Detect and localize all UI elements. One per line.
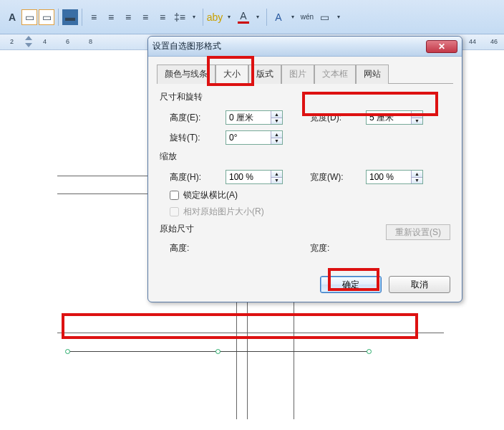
textbox-tool-1[interactable]: ▭ xyxy=(21,9,37,25)
reset-button: 重新设置(S) xyxy=(386,224,450,240)
indent-marker-icon[interactable] xyxy=(25,36,32,47)
tab-size[interactable]: 大小 xyxy=(215,64,248,84)
close-icon: ✕ xyxy=(438,42,445,52)
textbox-tool-3[interactable]: ▬ xyxy=(62,9,78,25)
orig-height-label: 高度: xyxy=(170,243,189,253)
phonetic-guide-icon[interactable]: wén xyxy=(299,9,315,25)
align-center-icon[interactable]: ≡ xyxy=(103,9,119,25)
spin-up-icon[interactable]: ▲ xyxy=(271,111,282,118)
relative-original-checkbox xyxy=(170,207,179,216)
spin-up-icon[interactable]: ▲ xyxy=(271,171,282,178)
relative-original-row: 相对原始图片大小(R) xyxy=(160,204,450,220)
separator xyxy=(82,9,82,26)
cancel-button[interactable]: 取消 xyxy=(389,276,450,293)
rotate-t-spinner[interactable]: ▲▼ xyxy=(226,130,283,145)
spin-down-icon[interactable]: ▼ xyxy=(271,178,282,184)
web-a-icon[interactable]: A xyxy=(271,9,286,25)
resize-handle[interactable] xyxy=(215,349,220,354)
spin-up-icon[interactable]: ▲ xyxy=(412,171,422,178)
chevron-down-icon[interactable]: ▾ xyxy=(253,12,263,22)
text-a-button[interactable]: A xyxy=(4,9,20,25)
textbox-tool-2[interactable]: ▭ xyxy=(39,9,54,25)
ruler-number: 4 xyxy=(43,38,47,45)
tab-picture: 图片 xyxy=(281,64,314,84)
tab-textbox: 文本框 xyxy=(314,64,356,84)
lock-aspect-label: 锁定纵横比(A) xyxy=(183,189,238,201)
width-w-input[interactable] xyxy=(367,171,411,183)
close-button[interactable]: ✕ xyxy=(426,40,457,53)
ruler-number: 2 xyxy=(10,38,14,45)
highlight-icon[interactable]: aby xyxy=(207,9,223,25)
chevron-down-icon[interactable]: ▾ xyxy=(224,12,234,22)
lock-aspect-checkbox[interactable] xyxy=(170,191,179,200)
width-w-label: 宽度(W): xyxy=(310,171,360,183)
separator xyxy=(203,9,203,26)
relative-original-label: 相对原始图片大小(R) xyxy=(183,206,264,218)
selected-line-shape[interactable] xyxy=(68,351,369,361)
spin-down-icon[interactable]: ▼ xyxy=(271,118,282,125)
resize-handle[interactable] xyxy=(65,349,70,354)
ruler-number: 46 xyxy=(490,38,498,45)
ruler-number: 44 xyxy=(469,38,476,45)
spin-down-icon[interactable]: ▼ xyxy=(412,118,422,125)
ruler-number: 8 xyxy=(89,38,92,45)
chevron-down-icon[interactable]: ▾ xyxy=(334,12,344,22)
spin-up-icon[interactable]: ▲ xyxy=(412,111,422,118)
rotate-t-input[interactable] xyxy=(226,131,271,144)
line-spacing-icon[interactable]: ‡≡ xyxy=(172,9,188,25)
dialog-titlebar[interactable]: 设置自选图形格式 ✕ xyxy=(148,37,462,57)
resize-handle[interactable] xyxy=(367,349,372,354)
height-h-input[interactable] xyxy=(226,171,271,183)
dialog-body: 尺寸和旋转 高度(E): ▲▼ 宽度(D): ▲▼ 旋转(T): ▲▼ 缩放 高… xyxy=(148,84,462,270)
chevron-down-icon[interactable]: ▾ xyxy=(189,12,199,22)
align-justify-icon[interactable]: ≡ xyxy=(137,9,153,25)
separator xyxy=(58,9,59,26)
height-e-input[interactable] xyxy=(226,111,271,124)
height-h-label: 高度(H): xyxy=(170,171,220,183)
align-right-icon[interactable]: ≡ xyxy=(120,9,136,25)
orig-width-label: 宽度: xyxy=(310,243,329,253)
ruler-number: 6 xyxy=(66,38,69,45)
section-scale-label: 缩放 xyxy=(160,148,450,167)
dialog-button-row: 确定 取消 xyxy=(148,270,462,302)
align-distribute-icon[interactable]: ≡ xyxy=(155,9,170,25)
table-line xyxy=(57,333,444,333)
separator xyxy=(266,9,267,26)
section-size-rotate-label: 尺寸和旋转 xyxy=(160,88,450,108)
dialog-title: 设置自选图形格式 xyxy=(152,40,221,52)
spin-up-icon[interactable]: ▲ xyxy=(271,131,282,138)
ribbon-toolbar: A ▭ ▭ ▬ ≡ ≡ ≡ ≡ ≡ ‡≡▾ aby▾ A▾ A▾ wén ▭▾ xyxy=(0,0,504,34)
width-w-spinner[interactable]: ▲▼ xyxy=(366,170,423,184)
spin-down-icon[interactable]: ▼ xyxy=(271,138,282,145)
ok-button[interactable]: 确定 xyxy=(320,276,382,293)
height-e-label: 高度(E): xyxy=(170,112,220,124)
height-e-spinner[interactable]: ▲▼ xyxy=(226,110,283,125)
format-autoshape-dialog: 设置自选图形格式 ✕ 颜色与线条 大小 版式 图片 文本框 网站 尺寸和旋转 高… xyxy=(147,36,462,302)
tab-color-line[interactable]: 颜色与线条 xyxy=(157,64,215,84)
chevron-down-icon[interactable]: ▾ xyxy=(288,12,298,22)
tab-layout[interactable]: 版式 xyxy=(248,64,281,84)
font-color-icon[interactable]: A xyxy=(236,9,251,25)
rotate-t-label: 旋转(T): xyxy=(170,132,220,144)
height-h-spinner[interactable]: ▲▼ xyxy=(226,170,283,184)
align-left-icon[interactable]: ≡ xyxy=(86,9,102,25)
border-icon[interactable]: ▭ xyxy=(316,9,332,25)
width-d-label: 宽度(D): xyxy=(310,112,360,124)
dialog-tabstrip: 颜色与线条 大小 版式 图片 文本框 网站 xyxy=(148,57,462,83)
width-d-spinner[interactable]: ▲▼ xyxy=(366,110,423,125)
lock-aspect-row[interactable]: 锁定纵横比(A) xyxy=(160,187,450,204)
tab-web[interactable]: 网站 xyxy=(356,64,389,84)
width-d-input[interactable] xyxy=(367,111,411,124)
spin-down-icon[interactable]: ▼ xyxy=(412,178,422,184)
